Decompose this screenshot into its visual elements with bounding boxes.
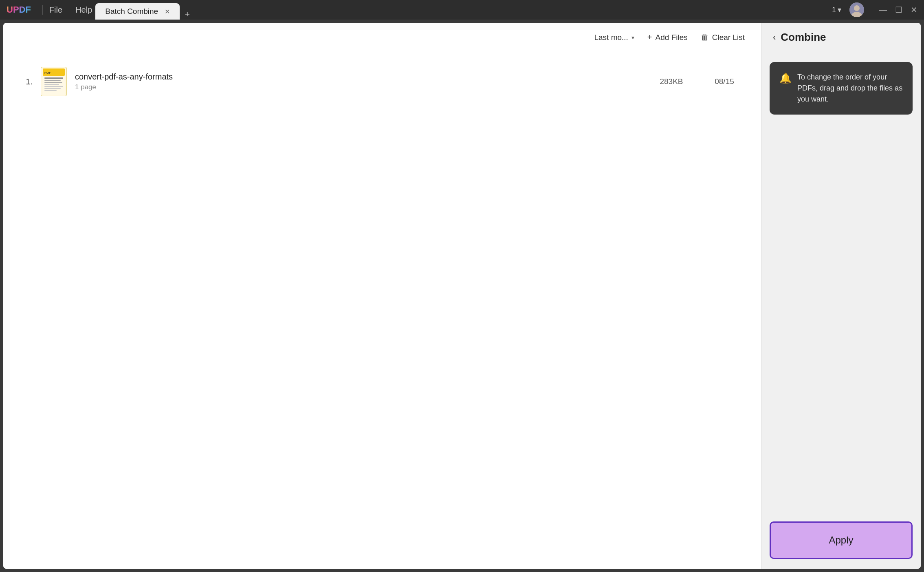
add-tab-button[interactable]: +: [185, 9, 190, 20]
maximize-button[interactable]: ☐: [895, 5, 902, 15]
add-files-button[interactable]: + Add Files: [647, 33, 688, 42]
svg-rect-7: [44, 82, 62, 83]
add-icon: +: [647, 33, 652, 42]
file-toolbar: Last mo... ▾ + Add Files 🗑 Clear List: [3, 23, 761, 52]
file-name: convert-pdf-as-any-formats: [75, 72, 639, 82]
main-area: Last mo... ▾ + Add Files 🗑 Clear List 1.: [3, 23, 921, 569]
tab-label: Batch Combine: [105, 7, 158, 16]
info-card-text: To change the order of your PDFs, drag a…: [797, 72, 903, 105]
file-info: convert-pdf-as-any-formats 1 page: [75, 72, 639, 91]
clear-list-label: Clear List: [712, 33, 745, 42]
tab-area: Batch Combine ✕ +: [95, 0, 832, 20]
svg-rect-9: [44, 86, 63, 87]
titlebar-menu: File Help: [49, 5, 92, 15]
tab-counter: 1 ▾: [832, 5, 841, 14]
panel-header: ‹ Combine: [761, 23, 921, 52]
svg-rect-5: [44, 77, 63, 79]
add-files-label: Add Files: [656, 33, 688, 42]
avatar[interactable]: [849, 2, 864, 17]
titlebar: UPDF File Help Batch Combine ✕ + 1 ▾ — ☐…: [0, 0, 924, 20]
svg-text:PDF: PDF: [44, 71, 51, 75]
file-thumbnail: PDF: [41, 67, 67, 96]
svg-rect-6: [44, 80, 61, 81]
clear-list-button[interactable]: 🗑 Clear List: [701, 33, 745, 42]
sort-label: Last mo...: [594, 33, 628, 42]
batch-combine-tab[interactable]: Batch Combine ✕: [95, 3, 180, 20]
file-index: 1.: [20, 77, 33, 86]
table-row[interactable]: 1. PDF conve: [20, 62, 745, 101]
info-card: 🔔 To change the order of your PDFs, drag…: [770, 62, 913, 115]
file-size: 283KB: [647, 77, 696, 86]
trash-icon: 🗑: [701, 33, 709, 42]
bell-icon: 🔔: [779, 73, 792, 84]
svg-rect-11: [44, 90, 57, 91]
titlebar-right: 1 ▾ — ☐ ✕: [832, 2, 917, 17]
sort-chevron-icon: ▾: [631, 34, 634, 41]
panel-footer: Apply: [761, 513, 921, 569]
window-controls: — ☐ ✕: [879, 5, 917, 15]
sort-dropdown[interactable]: Last mo... ▾: [594, 33, 634, 42]
file-list: 1. PDF conve: [3, 52, 761, 569]
back-icon[interactable]: ‹: [773, 32, 776, 43]
close-button[interactable]: ✕: [911, 5, 917, 15]
menu-help[interactable]: Help: [75, 5, 92, 15]
content-area: Last mo... ▾ + Add Files 🗑 Clear List 1.: [3, 23, 761, 569]
file-pages: 1 page: [75, 83, 639, 91]
svg-point-1: [854, 5, 860, 11]
app-logo: UPDF: [7, 4, 31, 15]
titlebar-divider: [42, 5, 43, 15]
minimize-button[interactable]: —: [879, 5, 887, 15]
svg-rect-10: [44, 88, 61, 89]
right-panel: ‹ Combine 🔔 To change the order of your …: [761, 23, 921, 569]
apply-button[interactable]: Apply: [770, 521, 913, 559]
tab-close-icon[interactable]: ✕: [165, 8, 170, 15]
menu-file[interactable]: File: [49, 5, 62, 15]
file-date: 08/15: [704, 77, 745, 86]
svg-rect-8: [44, 84, 59, 85]
panel-title: Combine: [781, 31, 826, 44]
panel-body: 🔔 To change the order of your PDFs, drag…: [761, 52, 921, 513]
